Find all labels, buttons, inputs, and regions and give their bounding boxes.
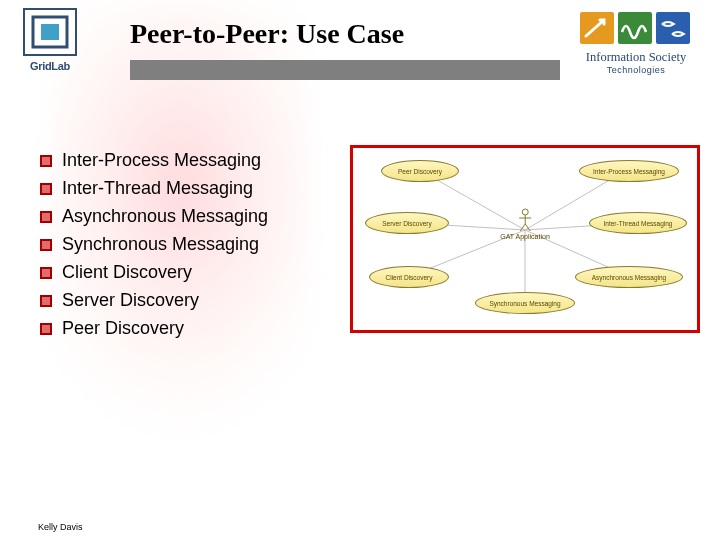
gridlab-logo-label: GridLab bbox=[14, 60, 86, 72]
gridlab-logo-icon bbox=[23, 8, 77, 56]
bullet-icon bbox=[40, 323, 52, 335]
diagram-actor: GAT Application bbox=[500, 208, 550, 240]
svg-rect-7 bbox=[42, 157, 50, 165]
usecase-sync-messaging: Synchronous Messaging bbox=[475, 292, 575, 314]
svg-rect-5 bbox=[656, 12, 690, 44]
list-item: Synchronous Messaging bbox=[40, 234, 340, 255]
bullet-text: Server Discovery bbox=[62, 290, 199, 311]
svg-rect-19 bbox=[42, 325, 50, 333]
bullet-text: Asynchronous Messaging bbox=[62, 206, 268, 227]
bullet-icon bbox=[40, 211, 52, 223]
bullet-text: Client Discovery bbox=[62, 262, 192, 283]
usecase-inter-thread: Inter-Thread Messaging bbox=[589, 212, 687, 234]
usecase-label: Synchronous Messaging bbox=[489, 300, 560, 307]
bullet-icon bbox=[40, 155, 52, 167]
svg-line-30 bbox=[520, 224, 525, 231]
svg-rect-13 bbox=[42, 241, 50, 249]
slide-header: GridLab Peer-to-Peer: Use Case Informati… bbox=[0, 0, 720, 100]
usecase-label: Server Discovery bbox=[382, 220, 431, 227]
list-item: Peer Discovery bbox=[40, 318, 340, 339]
actor-icon bbox=[518, 208, 532, 232]
bullet-icon bbox=[40, 295, 52, 307]
bullet-text: Inter-Process Messaging bbox=[62, 150, 261, 171]
bullet-list: Inter-Process Messaging Inter-Thread Mes… bbox=[40, 150, 340, 346]
bullet-text: Synchronous Messaging bbox=[62, 234, 259, 255]
svg-rect-17 bbox=[42, 297, 50, 305]
list-item: Asynchronous Messaging bbox=[40, 206, 340, 227]
svg-rect-2 bbox=[41, 24, 59, 40]
list-item: Inter-Process Messaging bbox=[40, 150, 340, 171]
list-item: Inter-Thread Messaging bbox=[40, 178, 340, 199]
usecase-inter-process: Inter-Process Messaging bbox=[579, 160, 679, 182]
usecase-diagram: Peer Discovery Inter-Process Messaging S… bbox=[350, 145, 700, 333]
usecase-client-discovery: Client Discovery bbox=[369, 266, 449, 288]
usecase-label: Inter-Process Messaging bbox=[593, 168, 665, 175]
usecase-label: Asynchronous Messaging bbox=[592, 274, 666, 281]
usecase-async-messaging: Asynchronous Messaging bbox=[575, 266, 683, 288]
list-item: Client Discovery bbox=[40, 262, 340, 283]
bullet-icon bbox=[40, 183, 52, 195]
ist-logo-line2: Technologies bbox=[566, 65, 706, 75]
svg-rect-15 bbox=[42, 269, 50, 277]
slide-footer: Kelly Davis bbox=[38, 522, 83, 532]
usecase-label: Client Discovery bbox=[386, 274, 433, 281]
usecase-server-discovery: Server Discovery bbox=[365, 212, 449, 234]
bullet-text: Peer Discovery bbox=[62, 318, 184, 339]
bullet-icon bbox=[40, 239, 52, 251]
page-title: Peer-to-Peer: Use Case bbox=[130, 18, 404, 50]
title-underline-bar bbox=[130, 60, 560, 80]
gridlab-logo: GridLab bbox=[14, 8, 86, 72]
actor-label: GAT Application bbox=[500, 233, 550, 240]
ist-logo: Information Society Technologies bbox=[566, 8, 706, 75]
usecase-label: Inter-Thread Messaging bbox=[603, 220, 672, 227]
svg-rect-11 bbox=[42, 213, 50, 221]
usecase-peer-discovery: Peer Discovery bbox=[381, 160, 459, 182]
bullet-icon bbox=[40, 267, 52, 279]
svg-point-27 bbox=[522, 209, 528, 215]
bullet-text: Inter-Thread Messaging bbox=[62, 178, 253, 199]
ist-logo-icon bbox=[576, 8, 696, 48]
svg-line-31 bbox=[525, 224, 530, 231]
list-item: Server Discovery bbox=[40, 290, 340, 311]
svg-rect-9 bbox=[42, 185, 50, 193]
usecase-label: Peer Discovery bbox=[398, 168, 442, 175]
slide-body: Inter-Process Messaging Inter-Thread Mes… bbox=[40, 150, 700, 510]
ist-logo-line1: Information Society bbox=[566, 50, 706, 65]
